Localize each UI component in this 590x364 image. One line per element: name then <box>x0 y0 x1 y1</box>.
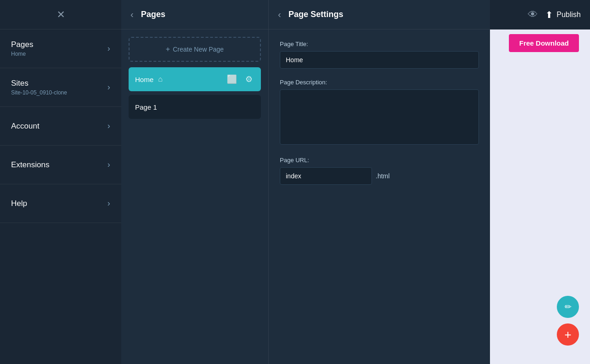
sidebar-item-account-title: Account <box>11 122 39 131</box>
sidebar-item-pages-title: Pages <box>11 40 33 49</box>
page-item-home-name: Home <box>135 76 153 83</box>
plus-icon: + <box>166 45 170 53</box>
close-icon[interactable]: ✕ <box>57 9 65 21</box>
right-area: 👁 ⬆ Publish Free Download ✏ + <box>490 0 590 364</box>
url-suffix-label: .html <box>376 172 389 180</box>
chevron-right-icon: › <box>107 121 110 131</box>
page-description-field-group: Page Description: <box>280 79 479 147</box>
chevron-right-icon: › <box>107 44 110 53</box>
publish-button[interactable]: ⬆ Publish <box>545 9 581 20</box>
url-row: .html <box>280 167 479 185</box>
settings-panel-title: Page Settings <box>289 10 343 19</box>
edit-icon: ✏ <box>565 302 572 312</box>
free-download-button[interactable]: Free Download <box>509 34 579 52</box>
sidebar-item-account[interactable]: Account › <box>0 107 121 146</box>
settings-back-button[interactable]: ‹ <box>278 9 281 20</box>
chevron-right-icon: › <box>107 199 110 208</box>
chevron-right-icon: › <box>107 160 110 170</box>
sidebar-item-help-title: Help <box>11 199 27 208</box>
sidebar-item-pages[interactable]: Pages Home › <box>0 29 121 68</box>
page-settings-button[interactable]: ⚙ <box>243 72 254 86</box>
publish-label: Publish <box>557 11 581 19</box>
create-new-page-label: Create New Page <box>173 46 224 53</box>
chevron-right-icon: › <box>107 82 110 92</box>
sidebar-item-extensions-title: Extensions <box>11 160 49 170</box>
fab-add-button[interactable]: + <box>557 323 579 346</box>
page-item-page1[interactable]: Page 1 <box>129 95 261 119</box>
page-description-label: Page Description: <box>280 79 479 86</box>
page-item-home[interactable]: Home ⌂ ⬜ ⚙ <box>129 67 261 91</box>
settings-panel: ‹ Page Settings Page Title: Page Descrip… <box>269 0 490 364</box>
page-item-page1-name: Page 1 <box>135 103 157 111</box>
sidebar-item-sites[interactable]: Sites Site-10-05_0910-clone › <box>0 68 121 107</box>
fab-edit-button[interactable]: ✏ <box>557 296 579 318</box>
page-title-label: Page Title: <box>280 41 479 47</box>
settings-panel-body: Page Title: Page Description: Page URL: … <box>269 29 490 364</box>
sidebar-item-sites-subtitle: Site-10-05_0910-clone <box>11 89 67 96</box>
sidebar-header: ✕ <box>0 0 121 29</box>
pages-panel: ‹ Pages + Create New Page Home ⌂ ⬜ ⚙ Pag… <box>121 0 269 364</box>
page-description-textarea[interactable] <box>280 89 479 145</box>
page-url-input[interactable] <box>280 167 372 185</box>
pages-panel-title: Pages <box>141 10 165 19</box>
create-new-page-button[interactable]: + Create New Page <box>129 37 261 62</box>
page-preview-button[interactable]: ⬜ <box>225 72 239 86</box>
preview-icon[interactable]: 👁 <box>528 9 538 21</box>
sidebar-item-sites-title: Sites <box>11 79 67 88</box>
page-url-label: Page URL: <box>280 157 479 164</box>
sidebar: ✕ Pages Home › Sites Site-10-05_0910-clo… <box>0 0 121 364</box>
pages-panel-body: + Create New Page Home ⌂ ⬜ ⚙ Page 1 <box>121 29 268 364</box>
sidebar-item-extensions[interactable]: Extensions › <box>0 146 121 184</box>
page-title-field-group: Page Title: <box>280 41 479 69</box>
sidebar-item-help[interactable]: Help › <box>0 184 121 223</box>
upload-icon: ⬆ <box>545 9 553 20</box>
pages-panel-header: ‹ Pages <box>121 0 268 29</box>
pages-back-button[interactable]: ‹ <box>130 9 134 20</box>
page-url-field-group: Page URL: .html <box>280 157 479 185</box>
sidebar-item-pages-subtitle: Home <box>11 51 33 57</box>
add-icon: + <box>564 328 571 342</box>
settings-panel-header: ‹ Page Settings <box>269 0 490 29</box>
page-title-input[interactable] <box>280 51 479 69</box>
home-icon: ⌂ <box>158 75 163 83</box>
right-topbar: 👁 ⬆ Publish <box>490 0 590 29</box>
